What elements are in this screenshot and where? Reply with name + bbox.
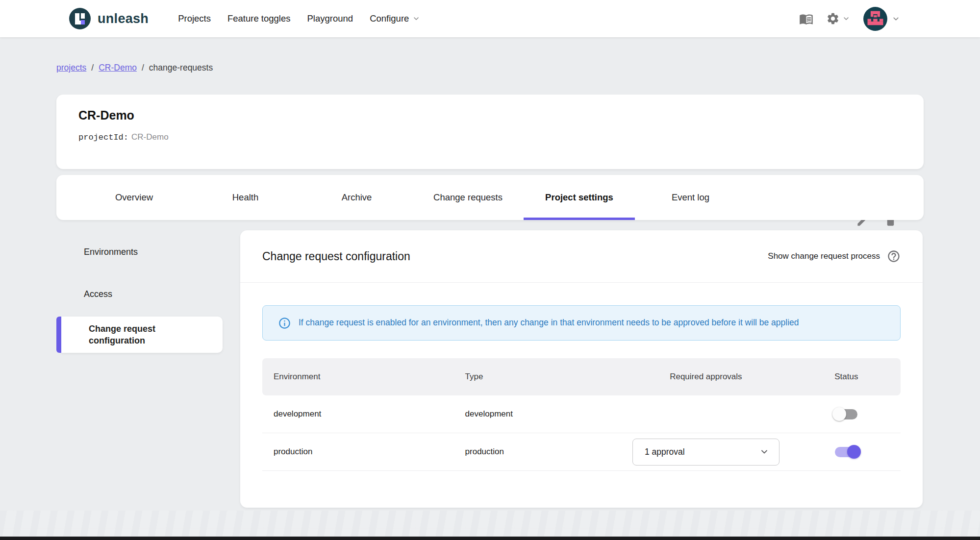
project-tabs: Overview Health Archive Change requests … xyxy=(56,175,924,220)
main-nav: Projects Feature toggles Playground Conf… xyxy=(178,13,420,24)
show-change-request-process-link[interactable]: Show change request process xyxy=(768,251,880,261)
nav-configure[interactable]: Configure xyxy=(370,13,420,24)
nav-feature-toggles[interactable]: Feature toggles xyxy=(227,13,291,24)
tab-project-settings[interactable]: Project settings xyxy=(524,175,635,220)
chevron-down-icon xyxy=(842,15,850,23)
change-request-configuration-panel: Change request configuration Show change… xyxy=(240,230,923,508)
sidebar-item-change-request-configuration[interactable]: Change request configuration xyxy=(61,317,223,353)
info-alert: If change request is enabled for an envi… xyxy=(262,305,901,341)
project-title: CR-Demo xyxy=(78,108,902,123)
table-row-development: development development xyxy=(262,395,901,433)
table-row-production: production production 1 approval xyxy=(262,433,901,471)
panel-title: Change request configuration xyxy=(262,250,410,263)
info-alert-text: If change request is enabled for an envi… xyxy=(299,316,799,330)
top-actions xyxy=(799,6,900,31)
gear-icon xyxy=(826,12,840,25)
chevron-down-icon xyxy=(759,447,769,457)
tab-archive[interactable]: Archive xyxy=(301,175,412,220)
breadcrumb-separator: / xyxy=(91,63,94,73)
required-approvals-select[interactable]: 1 approval xyxy=(632,439,779,466)
table-header-row: Environment Type Required approvals Stat… xyxy=(262,358,901,395)
unleash-logo-icon xyxy=(69,7,91,30)
breadcrumb-current: change-requests xyxy=(149,63,213,73)
settings-sidebar: Environments Access Change request confi… xyxy=(56,230,223,353)
breadcrumb: projects / CR-Demo / change-requests xyxy=(56,63,213,73)
tab-event-log[interactable]: Event log xyxy=(635,175,746,220)
project-header-card: CR-Demo projectId:CR-Demo xyxy=(56,95,924,169)
user-menu-button[interactable] xyxy=(863,6,900,31)
tab-change-requests[interactable]: Change requests xyxy=(412,175,524,220)
change-request-toggle-production[interactable] xyxy=(833,445,859,459)
sidebar-item-access[interactable]: Access xyxy=(56,280,223,308)
chevron-down-icon xyxy=(892,15,900,23)
environment-name: development xyxy=(262,409,454,419)
column-status: Status xyxy=(792,372,901,382)
unleash-logo[interactable]: unleash xyxy=(69,7,149,30)
project-id: projectId:CR-Demo xyxy=(78,132,902,142)
tab-health[interactable]: Health xyxy=(190,175,301,220)
info-icon xyxy=(278,317,291,330)
brand-name: unleash xyxy=(98,11,149,26)
settings-gear-button[interactable] xyxy=(826,12,850,25)
column-required-approvals: Required approvals xyxy=(620,372,792,382)
help-question-icon[interactable] xyxy=(887,249,901,263)
nav-projects[interactable]: Projects xyxy=(178,13,211,24)
documentation-book-icon[interactable] xyxy=(799,12,813,26)
change-request-toggle-development[interactable] xyxy=(833,407,859,421)
breadcrumb-projects-link[interactable]: projects xyxy=(56,63,86,73)
breadcrumb-separator: / xyxy=(142,63,144,73)
column-environment: Environment xyxy=(262,372,454,382)
environment-type: development xyxy=(454,409,620,419)
chevron-down-icon xyxy=(412,15,420,23)
environment-name: production xyxy=(262,447,454,457)
sidebar-item-environments[interactable]: Environments xyxy=(56,238,223,266)
column-type: Type xyxy=(454,372,620,382)
environments-table: Environment Type Required approvals Stat… xyxy=(262,358,901,471)
nav-playground[interactable]: Playground xyxy=(307,13,353,24)
environment-type: production xyxy=(454,447,620,457)
background-texture-bottom xyxy=(0,511,980,537)
panel-header: Change request configuration Show change… xyxy=(240,230,923,283)
app-window: unleash Projects Feature toggles Playgro… xyxy=(0,0,980,540)
tab-overview[interactable]: Overview xyxy=(78,175,190,220)
top-navigation-bar: unleash Projects Feature toggles Playgro… xyxy=(0,0,980,37)
breadcrumb-project-link[interactable]: CR-Demo xyxy=(99,63,137,73)
window-bottom-edge xyxy=(0,537,980,540)
user-avatar xyxy=(863,6,888,31)
